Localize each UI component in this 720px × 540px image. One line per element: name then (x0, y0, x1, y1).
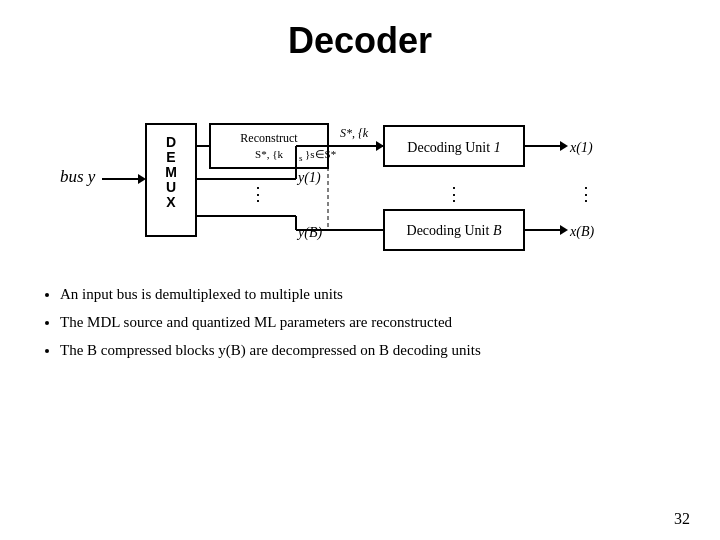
svg-text:y(1): y(1) (296, 170, 321, 186)
diagram-area: bus y D E M U X Reconstruct S*, {k s }s∈… (40, 82, 680, 272)
bullet-1: An input bus is demultiplexed to multipl… (60, 282, 680, 306)
svg-text:⋮: ⋮ (249, 184, 267, 204)
svg-text:bus y: bus y (60, 167, 96, 186)
bullet-2: The MDL source and quantized ML paramete… (60, 310, 680, 334)
svg-text:D: D (166, 134, 176, 150)
svg-text:M: M (165, 164, 177, 180)
slide-title: Decoder (40, 20, 680, 62)
svg-text:⋮: ⋮ (577, 184, 595, 204)
svg-text:x(B): x(B) (569, 224, 594, 240)
page-number: 32 (674, 510, 690, 528)
svg-marker-40 (560, 225, 568, 235)
svg-text:s: s (299, 153, 303, 163)
svg-text:Decoding Unit 1: Decoding Unit 1 (407, 140, 500, 155)
svg-marker-22 (560, 141, 568, 151)
svg-text:x(1): x(1) (569, 140, 593, 156)
svg-text:Reconstruct: Reconstruct (240, 131, 298, 145)
svg-text:S*, {k: S*, {k (340, 126, 369, 140)
svg-marker-2 (138, 174, 146, 184)
svg-text:y(B): y(B) (296, 225, 322, 241)
svg-text:S*, {k: S*, {k (255, 148, 283, 160)
svg-text:U: U (166, 179, 176, 195)
svg-text:X: X (166, 194, 176, 210)
svg-text:Decoding Unit B: Decoding Unit B (407, 223, 502, 238)
bullet-list: An input bus is demultiplexed to multipl… (40, 282, 680, 362)
svg-text:⋮: ⋮ (445, 184, 463, 204)
bullet-3: The B compressed blocks y(B) are decompr… (60, 338, 680, 362)
svg-text:E: E (166, 149, 175, 165)
svg-text:}s∈S*: }s∈S* (305, 148, 336, 160)
